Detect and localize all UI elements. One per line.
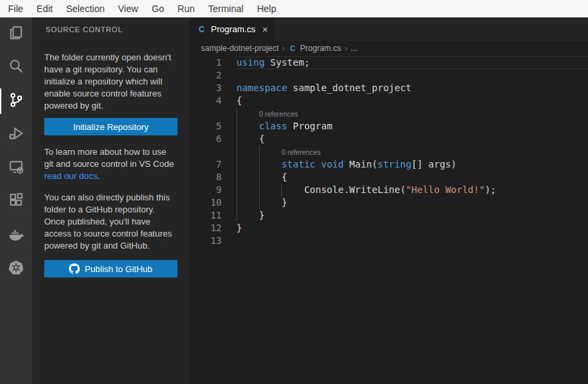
code-line[interactable]: 10 } <box>190 196 588 209</box>
activity-item-docker[interactable] <box>0 218 32 252</box>
activity-item-run-and-debug[interactable] <box>0 118 32 151</box>
line-number: 6 <box>190 133 222 145</box>
code-line-text[interactable]: static void Main(string[] args) <box>236 158 588 171</box>
codelens-indent <box>236 108 259 119</box>
code-token: sample_dotnet_project <box>287 82 411 93</box>
menu-bar: FileEditSelectionViewGoRunTerminalHelp <box>0 0 588 17</box>
tab-label: Program.cs <box>211 24 255 34</box>
code-line[interactable]: 3namespace sample_dotnet_project <box>190 82 588 94</box>
source-control-icon <box>8 92 24 111</box>
menu-file[interactable]: File <box>1 1 30 16</box>
activity-item-search[interactable] <box>0 51 32 84</box>
scm-welcome-text-1: The folder currently open doesn't have a… <box>44 52 177 112</box>
line-number: 2 <box>190 69 222 82</box>
code-token: void <box>321 159 344 170</box>
code-line-text[interactable]: { <box>236 94 588 107</box>
indent-guide <box>236 209 237 222</box>
code-line[interactable]: 9 Console.WriteLine("Hello World!"); <box>190 184 588 196</box>
code-line[interactable]: 2 <box>190 69 588 82</box>
menu-edit[interactable]: Edit <box>30 1 60 16</box>
close-tab-icon[interactable]: × <box>262 23 268 35</box>
code-line[interactable]: 8 { <box>190 171 588 184</box>
code-line-text[interactable]: class Program <box>236 120 588 133</box>
indent-guide <box>281 184 282 196</box>
activity-item-extensions[interactable] <box>0 185 32 218</box>
menu-selection[interactable]: Selection <box>60 1 112 16</box>
workbench: SOURCE CONTROL The folder currently open… <box>0 17 588 384</box>
codelens-row[interactable]: 0 references <box>190 145 588 158</box>
code-line[interactable]: 12} <box>190 222 588 235</box>
code-token: Main( <box>344 159 378 170</box>
publish-to-github-button[interactable]: Publish to GitHub <box>44 260 177 277</box>
line-number: 4 <box>190 94 222 107</box>
read-our-docs-link[interactable]: read our docs <box>44 171 98 181</box>
breadcrumb-item[interactable]: sample-dotnet-project <box>201 44 279 53</box>
code-token: namespace <box>236 82 287 93</box>
breadcrumb-item[interactable]: CProgram.cs <box>288 44 341 53</box>
editor-tab-bar: C Program.cs × <box>190 17 588 41</box>
code-token: static <box>281 159 315 170</box>
line-number: 8 <box>190 171 222 184</box>
code-line[interactable]: 1using System; <box>190 56 588 69</box>
publish-button-label: Publish to GitHub <box>84 264 152 274</box>
activity-item-remote-explorer[interactable] <box>0 151 32 185</box>
code-token: } <box>236 222 242 233</box>
indent-guide <box>236 171 237 184</box>
code-line-text[interactable]: } <box>236 222 588 235</box>
indent-guide <box>259 145 260 158</box>
initialize-repository-button[interactable]: Initialize Repository <box>44 118 177 135</box>
codelens-row[interactable]: 0 references <box>190 107 588 120</box>
code-line-text[interactable]: namespace sample_dotnet_project <box>236 82 588 94</box>
menu-view[interactable]: View <box>111 1 145 16</box>
menu-terminal[interactable]: Terminal <box>202 1 250 16</box>
scm-docs-text-after: . <box>98 171 100 181</box>
tab-program-cs[interactable]: C Program.cs × <box>190 17 275 41</box>
breadcrumb-item[interactable]: ... <box>350 44 357 53</box>
activity-item-explorer[interactable] <box>0 17 32 51</box>
code-line[interactable]: 4{ <box>190 94 588 107</box>
docker-whale-icon <box>8 226 24 245</box>
code-line-text[interactable] <box>236 235 588 247</box>
line-number <box>190 107 222 120</box>
menu-run[interactable]: Run <box>171 1 202 16</box>
extensions-icon <box>8 192 24 211</box>
menu-help[interactable]: Help <box>250 1 283 16</box>
code-token: } <box>236 197 287 208</box>
code-line[interactable]: 13 <box>190 235 588 247</box>
codelens-text[interactable]: 0 references <box>236 145 588 158</box>
code-line-text[interactable]: { <box>236 171 588 184</box>
menu-go[interactable]: Go <box>145 1 171 16</box>
code-line-text[interactable]: using System; <box>236 56 588 69</box>
code-line-text[interactable]: } <box>236 209 588 222</box>
code-line[interactable]: 7 static void Main(string[] args) <box>190 158 588 171</box>
editor-group: C Program.cs × sample-dotnet-project›CPr… <box>190 17 588 384</box>
code-line[interactable]: 5 class Program <box>190 120 588 133</box>
indent-guide <box>236 158 237 171</box>
code-line-text[interactable] <box>236 69 588 82</box>
csharp-file-icon: C <box>288 44 297 53</box>
activity-item-kubernetes[interactable] <box>0 252 32 285</box>
code-line[interactable]: 6 { <box>190 133 588 145</box>
debug-icon <box>8 125 24 144</box>
indent-guide <box>236 107 237 120</box>
files-icon <box>8 25 24 44</box>
line-number: 13 <box>190 235 222 247</box>
breadcrumb-label: sample-dotnet-project <box>201 44 279 53</box>
code-line-text[interactable]: Console.WriteLine("Hello World!"); <box>236 184 588 196</box>
source-control-sidebar: SOURCE CONTROL The folder currently open… <box>32 17 190 384</box>
codelens-text[interactable]: 0 references <box>236 107 588 120</box>
code-line-text[interactable]: } <box>236 196 588 209</box>
csharp-file-icon: C <box>196 24 207 35</box>
codelens-references[interactable]: 0 references <box>281 148 320 156</box>
line-number: 7 <box>190 158 222 171</box>
code-token: [] args) <box>411 159 456 170</box>
line-number: 9 <box>190 184 222 196</box>
code-token <box>236 121 259 131</box>
code-line-text[interactable]: { <box>236 133 588 145</box>
scm-welcome-text-3: You can also directly publish this folde… <box>44 192 177 252</box>
activity-item-source-control[interactable] <box>0 84 32 118</box>
code-line[interactable]: 11 } <box>190 209 588 222</box>
code-editor[interactable]: 1using System;23namespace sample_dotnet_… <box>190 56 588 384</box>
codelens-references[interactable]: 0 references <box>259 110 298 118</box>
code-token: class <box>259 121 287 131</box>
